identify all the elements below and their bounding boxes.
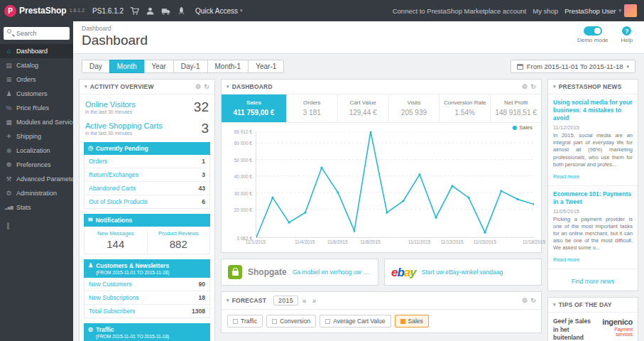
sidebar-item-stats[interactable]: ▂▅▇Stats bbox=[0, 200, 73, 215]
sidebar-item-label: Dashboard bbox=[16, 48, 48, 55]
refresh-icon[interactable]: ↻ bbox=[530, 83, 536, 90]
demo-mode-toggle[interactable] bbox=[584, 26, 602, 36]
metric-cart-value[interactable]: Cart Value129,44 € bbox=[338, 94, 389, 122]
collapse-icon[interactable]: ▾ bbox=[227, 84, 229, 90]
marketplace-link[interactable]: Connect to PrestaShop Marketplace accoun… bbox=[393, 7, 527, 15]
center-column: ▾ DASHBOARD ⚙ ↻ Sales411 759,00 €Orders3… bbox=[221, 79, 542, 339]
page-title: Dashboard bbox=[82, 33, 635, 48]
globe-icon: ◎ bbox=[88, 326, 93, 333]
search-input[interactable] bbox=[4, 27, 70, 40]
forecast-legend-conversion[interactable]: Conversion bbox=[266, 315, 316, 328]
range-button-year-1[interactable]: Year-1 bbox=[248, 60, 284, 73]
gear-icon[interactable]: ⚙ bbox=[522, 297, 528, 304]
online-visitors-label[interactable]: Online Visitors bbox=[85, 100, 136, 109]
activity-row[interactable]: Out of Stock Products6 bbox=[84, 195, 209, 208]
help-icon[interactable]: ? bbox=[622, 26, 631, 36]
notification-cell-new-messages[interactable]: New Messages144 bbox=[84, 227, 148, 254]
read-more-link[interactable]: Read more bbox=[553, 256, 579, 263]
search-icon bbox=[7, 29, 11, 33]
quick-access-menu[interactable]: Quick Access ▾ bbox=[195, 7, 243, 15]
activity-row[interactable]: Orders1 bbox=[84, 155, 209, 168]
collapse-icon[interactable]: ▾ bbox=[227, 298, 229, 303]
range-button-month[interactable]: Month bbox=[109, 60, 145, 73]
activity-row[interactable]: Abandoned Carts43 bbox=[84, 182, 209, 195]
activity-row[interactable]: Total Subscribers1308 bbox=[84, 305, 209, 318]
activity-row-label: New Customers bbox=[89, 281, 131, 288]
my-shop-link[interactable]: My shop bbox=[533, 7, 558, 15]
gear-icon[interactable]: ⚙ bbox=[195, 83, 201, 90]
ingenico-logo: ingenico Payment services bbox=[597, 318, 633, 341]
sidebar-item-price-rules[interactable]: %Price Rules bbox=[0, 101, 73, 115]
chart-legend[interactable]: Sales bbox=[513, 124, 533, 131]
activity-row-value: 1 bbox=[202, 158, 205, 165]
rocket-icon[interactable] bbox=[177, 6, 186, 16]
metric-orders[interactable]: Orders3 181 bbox=[287, 94, 338, 122]
chevron-down-icon: ▾ bbox=[618, 8, 621, 13]
next-arrow[interactable]: » bbox=[311, 297, 318, 305]
find-more-news-link[interactable]: Find more news bbox=[572, 278, 614, 285]
metric-net-profit[interactable]: Net Profit148 918,51 € bbox=[491, 94, 541, 122]
active-carts-label[interactable]: Active Shopping Carts bbox=[85, 121, 163, 130]
sidebar-item-orders[interactable]: ⊞Orders bbox=[0, 72, 73, 87]
sidebar-item-modules-and-services[interactable]: ▦Modules and Services bbox=[0, 115, 73, 129]
notification-cell-product-reviews[interactable]: Product Reviews882 bbox=[148, 227, 210, 254]
tip-heading: Geef je Sales in het buitenland een Boos… bbox=[553, 318, 593, 341]
sidebar-item-preferences[interactable]: ☸Preferences bbox=[0, 158, 73, 172]
metric-conversion-rate[interactable]: Conversion Rate1.54% bbox=[440, 94, 491, 122]
sidebar-item-customers[interactable]: ♟Customers bbox=[0, 87, 73, 101]
activity-row[interactable]: Return/Exchanges3 bbox=[84, 168, 209, 182]
customers-rows: New Customers90New Subscriptions18Total … bbox=[84, 278, 210, 318]
date-range-picker[interactable]: From 2015-11-01 To 2015-11-18 ▾ bbox=[511, 60, 635, 73]
collapse-icon[interactable]: ▾ bbox=[553, 302, 556, 308]
breadcrumb[interactable]: Dashboard bbox=[82, 25, 635, 32]
forecast-legend-sales[interactable]: Sales bbox=[395, 315, 429, 328]
news-item-title-link[interactable]: Ecommerce 101: Payments in a Tweet bbox=[553, 190, 633, 206]
sidebar-item-administration[interactable]: ⚙Administration bbox=[0, 186, 73, 200]
sidebar-item-catalog[interactable]: ▤Catalog bbox=[0, 58, 73, 72]
sidebar-item-localization[interactable]: ⊕Localization bbox=[0, 144, 73, 158]
range-button-year[interactable]: Year bbox=[144, 60, 174, 73]
refresh-icon[interactable]: ↻ bbox=[204, 83, 209, 90]
gear-icon[interactable]: ⚙ bbox=[522, 83, 528, 90]
cart-icon[interactable] bbox=[130, 6, 139, 16]
toggle-knob bbox=[594, 28, 601, 34]
metric-sales[interactable]: Sales411 759,00 € bbox=[222, 94, 287, 122]
range-button-day[interactable]: Day bbox=[82, 60, 110, 73]
activity-row[interactable]: New Subscriptions18 bbox=[84, 291, 209, 305]
read-more-link[interactable]: Read more bbox=[553, 173, 579, 180]
dashboard-panel: ▾ DASHBOARD ⚙ ↻ Sales411 759,00 €Orders3… bbox=[221, 79, 542, 253]
truck-icon[interactable] bbox=[161, 6, 170, 16]
metric-value: 411 759,00 € bbox=[223, 109, 285, 117]
forecast-legend-average-cart-value[interactable]: Average Cart Value bbox=[320, 315, 391, 328]
sidebar-item-dashboard[interactable]: ⌂Dashboard bbox=[0, 44, 73, 58]
date-range-label: From 2015-11-01 To 2015-11-18 bbox=[527, 63, 623, 70]
user-menu[interactable]: PrestaShop User ▾ bbox=[564, 4, 637, 17]
activity-overview-panel: ▾ ACTIVITY OVERVIEW ⚙ ↻ Online Visitors … bbox=[79, 79, 215, 341]
collapse-icon[interactable]: ▾ bbox=[553, 84, 556, 90]
shopgate-logo-icon bbox=[228, 265, 242, 279]
sidebar-item-label: Catalog bbox=[16, 62, 38, 69]
range-button-day-1[interactable]: Day-1 bbox=[173, 60, 208, 73]
sidebar-item-advanced-parameters[interactable]: ⚒Advanced Parameters bbox=[0, 172, 73, 186]
forecast-year-select[interactable]: 2015 bbox=[273, 296, 298, 305]
forecast-legend-traffic[interactable]: Traffic bbox=[227, 315, 263, 328]
collapse-icon[interactable]: ▾ bbox=[84, 84, 87, 90]
range-button-month-1[interactable]: Month-1 bbox=[207, 60, 249, 73]
customers-icon[interactable] bbox=[146, 6, 155, 16]
sidebar-item-label: Stats bbox=[16, 204, 31, 211]
prev-arrow[interactable]: « bbox=[301, 297, 308, 305]
forecast-legend-label: Sales bbox=[408, 318, 423, 325]
active-carts-sub: in the last 30 minutes bbox=[85, 131, 163, 136]
ebay-link[interactable]: Start uw eBay-winkel vandaag bbox=[422, 269, 503, 276]
brand-name: PrestaShop bbox=[19, 6, 67, 16]
sidebar-item-shipping[interactable]: ✈Shipping bbox=[0, 129, 73, 144]
metric-visits[interactable]: Visits205 939 bbox=[389, 94, 440, 122]
metric-label: Sales bbox=[223, 99, 285, 106]
news-item-title-link[interactable]: Using social media for your business: 4 … bbox=[553, 99, 633, 122]
shopgate-link[interactable]: Ga mobiel en verhoog uw omzet bbox=[293, 269, 371, 276]
activity-row[interactable]: New Customers90 bbox=[84, 278, 209, 291]
range-button-group: DayMonthYearDay-1Month-1Year-1 bbox=[82, 60, 284, 73]
refresh-icon[interactable]: ↻ bbox=[530, 297, 536, 304]
sidebar-collapse-button[interactable]: ∥ bbox=[0, 215, 73, 237]
prestashop-logo[interactable]: P PrestaShop 1.6.1.2 bbox=[4, 5, 84, 17]
